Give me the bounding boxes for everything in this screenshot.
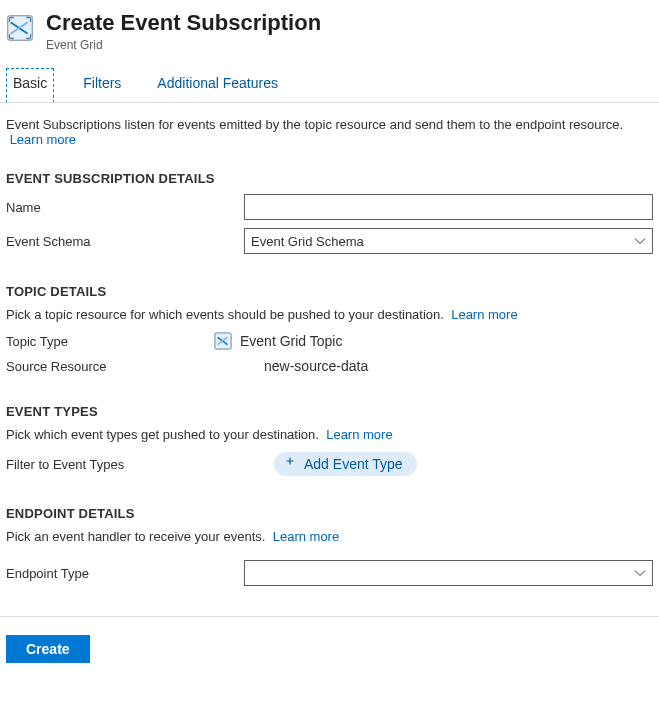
page-header: Create Event Subscription Event Grid	[0, 0, 659, 58]
chevron-down-icon	[634, 567, 646, 579]
name-input[interactable]	[244, 194, 653, 220]
topic-type-value: Event Grid Topic	[240, 333, 342, 349]
topic-details-learn-more-link[interactable]: Learn more	[451, 307, 517, 322]
footer-divider	[0, 616, 659, 617]
add-event-type-label: Add Event Type	[304, 456, 403, 472]
topic-details-description: Pick a topic resource for which events s…	[6, 307, 653, 322]
tab-additional-features[interactable]: Additional Features	[150, 68, 285, 103]
chevron-down-icon	[634, 235, 646, 247]
tab-bar: Basic Filters Additional Features	[0, 58, 659, 103]
content-area: Event Subscriptions listen for events em…	[0, 103, 659, 608]
tab-filters[interactable]: Filters	[76, 68, 128, 103]
section-event-types: EVENT TYPES Pick which event types get p…	[6, 404, 653, 476]
tab-basic[interactable]: Basic	[6, 68, 54, 103]
add-filter-icon	[284, 457, 296, 472]
endpoint-details-heading: ENDPOINT DETAILS	[6, 506, 653, 521]
filter-event-types-label: Filter to Event Types	[6, 457, 244, 472]
topic-type-label: Topic Type	[6, 334, 214, 349]
source-resource-label: Source Resource	[6, 359, 214, 374]
source-resource-value: new-source-data	[264, 358, 368, 374]
event-schema-label: Event Schema	[6, 234, 244, 249]
add-event-type-button[interactable]: Add Event Type	[274, 452, 417, 476]
event-schema-select[interactable]: Event Grid Schema	[244, 228, 653, 254]
page-subtitle: Event Grid	[46, 38, 321, 52]
intro-text: Event Subscriptions listen for events em…	[6, 117, 653, 147]
endpoint-type-select[interactable]	[244, 560, 653, 586]
event-schema-value: Event Grid Schema	[251, 234, 364, 249]
endpoint-details-learn-more-link[interactable]: Learn more	[273, 529, 339, 544]
field-topic-type: Topic Type Event Grid Topic	[6, 332, 653, 350]
event-grid-topic-icon	[214, 332, 232, 350]
topic-details-heading: TOPIC DETAILS	[6, 284, 653, 299]
event-types-description: Pick which event types get pushed to you…	[6, 427, 653, 442]
intro-learn-more-link[interactable]: Learn more	[10, 132, 76, 147]
intro-body: Event Subscriptions listen for events em…	[6, 117, 623, 132]
event-types-heading: EVENT TYPES	[6, 404, 653, 419]
page-title: Create Event Subscription	[46, 10, 321, 36]
field-filter-event-types: Filter to Event Types Add Event Type	[6, 452, 653, 476]
subscription-details-heading: EVENT SUBSCRIPTION DETAILS	[6, 171, 653, 186]
section-endpoint-details: ENDPOINT DETAILS Pick an event handler t…	[6, 506, 653, 586]
section-subscription-details: EVENT SUBSCRIPTION DETAILS Name Event Sc…	[6, 171, 653, 254]
field-source-resource: Source Resource new-source-data	[6, 358, 653, 374]
event-types-learn-more-link[interactable]: Learn more	[326, 427, 392, 442]
field-endpoint-type: Endpoint Type	[6, 560, 653, 586]
endpoint-type-label: Endpoint Type	[6, 566, 244, 581]
create-button[interactable]: Create	[6, 635, 90, 663]
event-grid-icon	[6, 14, 34, 42]
name-label: Name	[6, 200, 244, 215]
endpoint-details-description: Pick an event handler to receive your ev…	[6, 529, 653, 544]
section-topic-details: TOPIC DETAILS Pick a topic resource for …	[6, 284, 653, 374]
field-name: Name	[6, 194, 653, 220]
field-event-schema: Event Schema Event Grid Schema	[6, 228, 653, 254]
